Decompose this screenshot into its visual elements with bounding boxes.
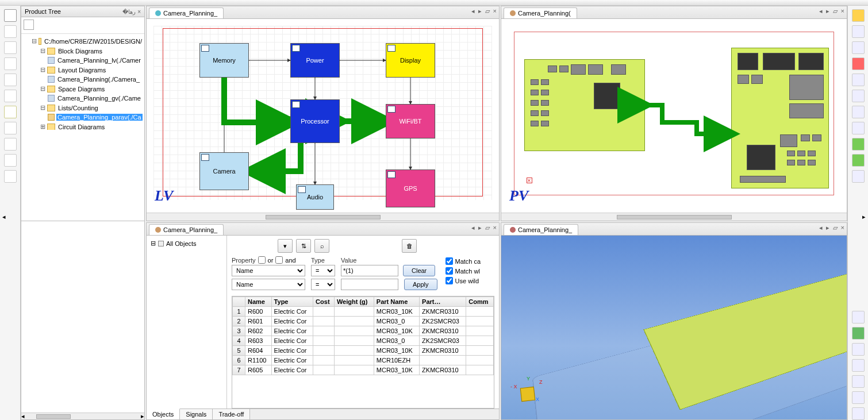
close-icon[interactable]: ×: [841, 7, 844, 15]
tree-hscroll[interactable]: ◂▸: [21, 413, 144, 419]
undock-icon[interactable]: ▱: [833, 224, 838, 232]
tree-group-layout[interactable]: Layout Diagrams: [57, 67, 107, 74]
table-row[interactable]: 6R1100Electric CorMCR10EZH: [233, 356, 494, 365]
objects-table[interactable]: NameTypeCostWeight (g)Part NamePart…Comm…: [232, 296, 494, 409]
select-region-tool[interactable]: [4, 138, 17, 151]
tree-item-selected[interactable]: Camera_Planning_parav(./Ca: [56, 114, 143, 121]
tab-objects[interactable]: Objects: [147, 409, 180, 419]
shape-tool[interactable]: [4, 122, 17, 134]
delete-button[interactable]: 🗑: [402, 239, 417, 253]
filter-btn-1[interactable]: ▾: [278, 239, 293, 253]
table-row[interactable]: 5R604Electric CorMCR03_10KZKMCR0310: [233, 346, 494, 356]
objects-root[interactable]: All Objects: [166, 240, 197, 247]
nodes-tool[interactable]: [4, 170, 17, 183]
product-tree-close-icon[interactable]: �رها ×: [122, 9, 141, 15]
pv-canvas[interactable]: ✕ PV: [501, 19, 847, 213]
lv-hscroll[interactable]: ◂▸: [147, 213, 499, 221]
r-tool-b5[interactable]: [852, 375, 865, 388]
block-audio[interactable]: Audio: [296, 184, 334, 210]
type-select[interactable]: =: [311, 265, 335, 276]
3d-tab[interactable]: Camera_Planning_: [504, 224, 578, 235]
objects-tab[interactable]: Camera_Planning_: [149, 224, 224, 235]
r-tool-b6[interactable]: [852, 391, 865, 404]
r-tool-10[interactable]: [852, 154, 865, 167]
table-row[interactable]: 1R600Electric CorMCR03_10KZKMCR0310: [233, 307, 494, 317]
table-row[interactable]: 2R601Electric CorMCR03_0ZK2SMCR03: [233, 317, 494, 326]
tree-root[interactable]: C:/home/CR8E/ZIW2015/DESIGN/: [43, 38, 143, 45]
tool-5[interactable]: [4, 74, 17, 86]
find-button[interactable]: ⌕: [314, 239, 329, 253]
tree-item[interactable]: Camera_Planning_lv(./Camer: [56, 57, 142, 64]
lv-canvas[interactable]: MemoryPowerDisplayProcessorWiFi/BTCamera…: [147, 19, 499, 213]
nav-prev-icon[interactable]: ◂: [471, 224, 475, 232]
match-whole-checkbox[interactable]: [445, 267, 453, 275]
r-tool-9[interactable]: [852, 138, 865, 151]
zoom-icon[interactable]: [852, 106, 865, 118]
nav-prev-icon[interactable]: ◂: [819, 7, 823, 15]
tree-item[interactable]: Camera_Planning(./Camera_: [56, 76, 141, 83]
block-camera[interactable]: Camera: [199, 152, 249, 190]
view-cube-icon[interactable]: [852, 9, 865, 22]
tab-tradeoff[interactable]: Trade-off: [213, 409, 250, 419]
block-wifi[interactable]: WiFi/BT: [386, 104, 435, 138]
value-input-2[interactable]: [341, 279, 398, 290]
tool-3[interactable]: [4, 41, 17, 54]
r-tool-b7[interactable]: [852, 407, 865, 420]
pv-hscroll[interactable]: [501, 213, 847, 221]
lv-tab[interactable]: Camera_Planning_: [149, 7, 224, 18]
pv-tab[interactable]: Camera_Planning(: [504, 7, 577, 18]
pan-icon[interactable]: [852, 122, 865, 134]
sort-button[interactable]: ⇅: [296, 239, 311, 253]
tree-toolbar-button[interactable]: [24, 20, 34, 30]
tree-group-space[interactable]: Space Diagrams: [57, 86, 106, 93]
property-select-2[interactable]: Name: [232, 279, 305, 290]
close-icon[interactable]: ×: [493, 224, 497, 232]
cursor-tool[interactable]: [4, 9, 17, 22]
block-processor[interactable]: Processor: [290, 99, 340, 143]
clear-button[interactable]: Clear: [403, 265, 435, 276]
r-tool-2[interactable]: [852, 25, 865, 38]
auto-tool[interactable]: [4, 106, 17, 118]
match-case-checkbox[interactable]: [445, 257, 453, 265]
nav-prev-icon[interactable]: ◂: [471, 7, 475, 15]
r-tool-11[interactable]: [852, 170, 865, 183]
page-tool[interactable]: [4, 25, 17, 38]
r-tool-6[interactable]: [852, 90, 865, 102]
r-tool-b2[interactable]: [852, 327, 865, 340]
tool-6[interactable]: [4, 90, 17, 102]
tab-signals[interactable]: Signals: [180, 409, 213, 419]
table-row[interactable]: 7R605Electric CorMCR03_10KZKMCR0310: [233, 365, 494, 375]
nav-next-icon[interactable]: ▸: [826, 224, 829, 232]
nav-prev-icon[interactable]: ◂: [819, 224, 823, 232]
pcb-right[interactable]: [731, 48, 829, 188]
pcb-left[interactable]: [524, 59, 645, 151]
3d-viewport[interactable]: X Y Z - X: [501, 236, 847, 419]
r-tool-b3[interactable]: [852, 343, 865, 356]
undock-icon[interactable]: ▱: [485, 7, 490, 15]
close-icon[interactable]: ×: [493, 7, 497, 15]
value-input[interactable]: [341, 265, 398, 276]
tree-group-circuit[interactable]: Circuit Diagrams: [57, 124, 106, 130]
r-tool-3[interactable]: [852, 41, 865, 54]
tree-group-block[interactable]: Block Diagrams: [57, 48, 103, 55]
r-tool-4[interactable]: [852, 57, 865, 70]
r-tool-5[interactable]: [852, 74, 865, 86]
undock-icon[interactable]: ▱: [833, 7, 838, 15]
or-checkbox[interactable]: [258, 256, 266, 264]
nav-next-icon[interactable]: ▸: [826, 7, 829, 15]
table-row[interactable]: 4R603Electric CorMCR03_0ZK2SMCR03: [233, 336, 494, 346]
tree-group-lists[interactable]: Lists/Counting: [57, 105, 99, 111]
close-icon[interactable]: ×: [841, 224, 844, 232]
and-checkbox[interactable]: [275, 256, 283, 264]
block-gps[interactable]: GPS: [386, 169, 435, 207]
block-power[interactable]: Power: [290, 43, 340, 78]
undock-icon[interactable]: ▱: [485, 224, 490, 232]
nav-next-icon[interactable]: ▸: [478, 7, 482, 15]
type-select-2[interactable]: =: [311, 279, 335, 290]
table-row[interactable]: 3R602Electric CorMCR03_10KZKMCR0310: [233, 326, 494, 336]
tool-4[interactable]: [4, 57, 17, 70]
apply-button[interactable]: Apply: [404, 279, 437, 290]
use-wildcard-checkbox[interactable]: [445, 277, 453, 284]
tree-item[interactable]: Camera_Planning_gv(./Came: [56, 95, 142, 102]
axis-gizmo[interactable]: X Y Z - X: [510, 376, 545, 410]
